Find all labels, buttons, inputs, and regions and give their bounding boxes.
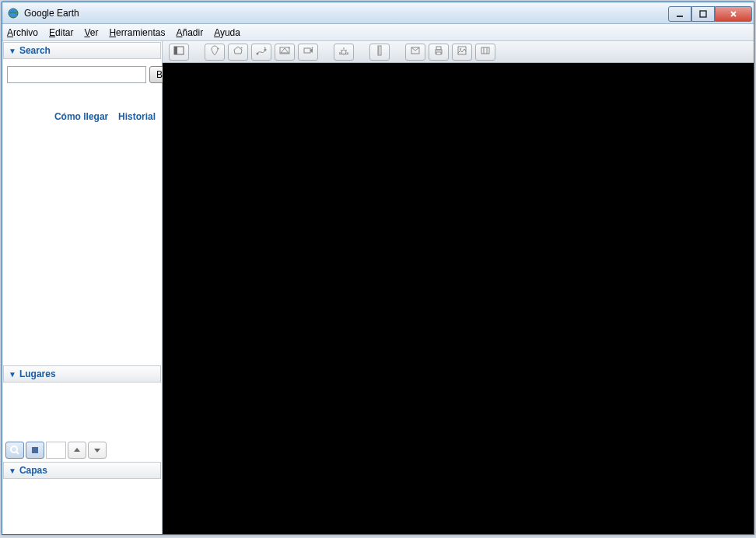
- menubar: Archivo Editar Ver Herramientas Añadir A…: [2, 24, 754, 41]
- placemark-icon: +: [209, 45, 220, 58]
- svg-point-1: [9, 9, 18, 18]
- menu-ayuda[interactable]: Ayuda: [214, 27, 240, 38]
- svg-rect-7: [174, 47, 177, 54]
- menu-herramientas[interactable]: Herramientas: [109, 27, 165, 38]
- places-search-button[interactable]: [5, 442, 24, 459]
- svg-text:+: +: [240, 45, 243, 50]
- search-input[interactable]: [7, 66, 146, 83]
- titlebar[interactable]: Google Earth: [2, 2, 754, 24]
- layers-panel-title: Capas: [19, 465, 47, 476]
- places-panel-header[interactable]: ▼ Lugares: [3, 365, 161, 383]
- print-button[interactable]: [429, 44, 449, 61]
- places-panel-body[interactable]: [3, 384, 161, 438]
- svg-rect-20: [411, 47, 419, 54]
- path-icon: +: [256, 45, 267, 58]
- add-path-button[interactable]: +: [251, 44, 271, 61]
- save-image-icon: [457, 45, 467, 58]
- add-placemark-button[interactable]: +: [205, 44, 225, 61]
- record-tour-icon: +: [303, 45, 313, 58]
- svg-rect-21: [436, 50, 442, 54]
- svg-point-0: [9, 9, 18, 18]
- minimize-button[interactable]: [668, 6, 691, 22]
- svg-point-10: [257, 53, 259, 55]
- svg-point-11: [264, 49, 267, 51]
- window-controls: [668, 5, 752, 22]
- ruler-icon: [374, 45, 385, 58]
- ruler-button[interactable]: [369, 44, 390, 61]
- app-icon: [7, 7, 19, 19]
- layers-panel-header[interactable]: ▼ Capas: [3, 462, 161, 479]
- email-button[interactable]: [405, 44, 425, 61]
- menu-anadir[interactable]: Añadir: [176, 27, 203, 38]
- places-up-button[interactable]: [68, 442, 86, 459]
- svg-rect-18: [339, 54, 348, 54]
- add-polygon-button[interactable]: +: [228, 44, 248, 61]
- svg-rect-3: [700, 11, 706, 17]
- polygon-icon: +: [233, 45, 243, 58]
- svg-text:+: +: [264, 45, 267, 50]
- svg-rect-23: [436, 52, 441, 54]
- view-in-maps-button[interactable]: [475, 44, 495, 61]
- places-stop-button[interactable]: [26, 442, 44, 459]
- content-area: ▼ Search Buscar Cómo llegar Historial ▼ …: [2, 41, 754, 534]
- places-slider[interactable]: [46, 442, 66, 459]
- disclosure-triangle-icon: ▼: [9, 466, 16, 475]
- svg-rect-5: [32, 447, 38, 453]
- svg-rect-13: [280, 47, 289, 54]
- directions-link[interactable]: Cómo llegar: [54, 111, 108, 122]
- svg-rect-24: [458, 47, 466, 54]
- places-tools: [2, 439, 162, 461]
- hide-sidebar-icon: [173, 45, 184, 58]
- svg-text:+: +: [288, 45, 290, 50]
- add-image-overlay-button[interactable]: +: [275, 44, 295, 61]
- search-links: Cómo llegar Historial: [7, 111, 157, 122]
- disclosure-triangle-icon: ▼: [9, 47, 16, 55]
- search-panel-body: Buscar Cómo llegar Historial: [2, 60, 162, 128]
- menu-archivo[interactable]: Archivo: [7, 27, 38, 38]
- svg-rect-6: [174, 47, 184, 54]
- svg-point-17: [341, 50, 346, 54]
- svg-text:+: +: [217, 46, 220, 51]
- svg-rect-22: [436, 47, 441, 50]
- menu-editar[interactable]: Editar: [49, 27, 73, 38]
- sidebar: ▼ Search Buscar Cómo llegar Historial ▼ …: [2, 41, 163, 534]
- app-window: Google Earth Archivo Editar Ver Herramie…: [2, 2, 754, 535]
- maximize-button[interactable]: [691, 6, 715, 22]
- svg-rect-15: [304, 48, 310, 53]
- sunlight-icon: [338, 45, 349, 58]
- view-in-maps-icon: [480, 45, 491, 58]
- window-title: Google Earth: [24, 8, 79, 19]
- close-button[interactable]: [715, 6, 752, 22]
- image-overlay-icon: +: [279, 45, 290, 58]
- history-link[interactable]: Historial: [118, 111, 156, 122]
- layers-panel-body[interactable]: [2, 480, 162, 534]
- disclosure-triangle-icon: ▼: [9, 370, 16, 379]
- places-down-button[interactable]: [88, 442, 107, 459]
- svg-rect-2: [677, 16, 683, 17]
- record-tour-button[interactable]: +: [298, 44, 318, 61]
- places-panel-title: Lugares: [19, 369, 56, 379]
- sunlight-button[interactable]: [334, 44, 354, 61]
- email-icon: [410, 45, 421, 58]
- search-results-area: [2, 128, 162, 365]
- search-panel-header[interactable]: ▼ Search: [3, 42, 161, 59]
- toolbar: + + + + +: [163, 41, 754, 63]
- svg-point-4: [11, 446, 17, 452]
- save-image-button[interactable]: [452, 44, 472, 61]
- svg-rect-26: [481, 47, 489, 54]
- svg-rect-19: [378, 46, 381, 55]
- main-area: + + + + +: [163, 41, 754, 534]
- print-icon: [433, 45, 444, 58]
- svg-point-25: [460, 48, 461, 50]
- earth-viewport[interactable]: [163, 63, 754, 534]
- menu-ver[interactable]: Ver: [84, 27, 98, 38]
- svg-text:+: +: [311, 45, 313, 50]
- search-panel-title: Search: [19, 45, 51, 56]
- hide-sidebar-button[interactable]: [169, 44, 189, 61]
